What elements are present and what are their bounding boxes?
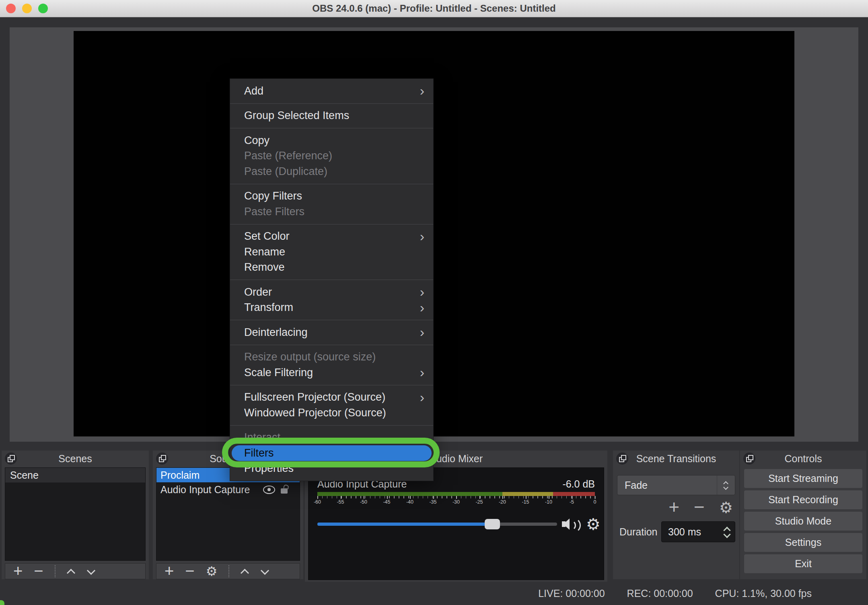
transition-properties-gear-icon[interactable]: [719, 501, 733, 514]
mixer-gear-icon[interactable]: [586, 517, 601, 531]
menu-item-copy[interactable]: Copy: [230, 133, 433, 148]
tick-label: -45: [383, 499, 390, 505]
zoom-button[interactable]: [38, 4, 48, 13]
transition-select[interactable]: Fade: [617, 475, 735, 495]
menu-item-interact: Interact: [230, 430, 433, 446]
meter-red-segment: [553, 492, 595, 496]
start-streaming-button[interactable]: Start Streaming: [744, 469, 862, 488]
start-recording-button[interactable]: Start Recording: [744, 490, 862, 509]
move-source-up-icon[interactable]: [241, 567, 249, 576]
source-name: Audio Input Capture: [160, 484, 257, 496]
transition-select-spinner[interactable]: [717, 475, 735, 495]
submenu-arrow-icon: [420, 285, 424, 299]
submenu-arrow-icon: [420, 365, 424, 380]
menu-item-filters[interactable]: Filters: [232, 445, 432, 461]
menu-item-remove[interactable]: Remove: [230, 260, 433, 276]
mixer-slider-row: [317, 517, 595, 531]
menu-item-copy-filters[interactable]: Copy Filters: [230, 189, 433, 204]
menu-item-windowed-projector[interactable]: Windowed Projector (Source): [230, 405, 433, 421]
tick-label: -10: [545, 499, 552, 505]
close-button[interactable]: [6, 4, 16, 13]
remove-transition-icon[interactable]: [694, 501, 705, 515]
status-rec: REC: 00:00:00: [627, 588, 693, 599]
menu-section: Fullscreen Projector (Source) Windowed P…: [230, 385, 433, 425]
meter-scale: -60 -55 -50 -45 -40 -35 -30 -25 -20 -15 …: [317, 496, 595, 508]
menu-item-scale-filtering[interactable]: Scale Filtering: [230, 365, 433, 381]
menu-item-order[interactable]: Order: [230, 284, 433, 300]
volume-slider[interactable]: [317, 523, 557, 526]
source-properties-gear-icon[interactable]: [206, 565, 218, 578]
tick-label: -15: [522, 499, 529, 505]
minimize-button[interactable]: [22, 4, 32, 13]
scenes-list: Scene: [5, 467, 146, 561]
remove-source-icon[interactable]: [185, 565, 194, 578]
menu-item-properties[interactable]: Properties: [230, 461, 433, 477]
menu-item-rename[interactable]: Rename: [230, 244, 433, 260]
speaker-icon[interactable]: [562, 517, 581, 531]
preview-canvas[interactable]: [74, 31, 794, 436]
move-scene-down-icon[interactable]: [87, 567, 96, 576]
duration-spinbox[interactable]: 300 ms: [661, 521, 735, 542]
tick-label: -25: [475, 499, 483, 505]
menu-item-transform[interactable]: Transform: [230, 300, 433, 316]
title-bar: OBS 24.0.6 (mac) - Profile: Untitled - S…: [0, 0, 868, 17]
scene-transitions-header: Scene Transitions: [613, 451, 739, 467]
move-source-down-icon[interactable]: [261, 567, 269, 576]
tick-label: -60: [314, 499, 321, 505]
controls-dock: Controls Start Streaming Start Recording…: [740, 451, 866, 579]
tick-label: -30: [453, 499, 460, 505]
menu-item-add[interactable]: Add: [230, 83, 433, 99]
menu-item-paste-duplicate: Paste (Duplicate): [230, 164, 433, 179]
exit-button[interactable]: Exit: [744, 554, 862, 573]
tick-label: -40: [406, 499, 413, 505]
duration-spinner[interactable]: [720, 522, 735, 542]
popup-icon[interactable]: [156, 453, 168, 465]
add-source-icon[interactable]: [165, 565, 174, 578]
unlock-icon[interactable]: [281, 488, 288, 494]
menu-section: Interact Filters Properties: [230, 426, 433, 481]
move-scene-up-icon[interactable]: [67, 567, 76, 576]
menu-section: Copy Paste (Reference) Paste (Duplicate): [230, 128, 433, 184]
popup-icon[interactable]: [743, 453, 755, 465]
menu-section: Group Selected Items: [230, 104, 433, 128]
submenu-arrow-icon: [420, 300, 424, 315]
chevron-down-icon: [724, 486, 728, 490]
controls-header: Controls: [740, 451, 866, 467]
menu-item-deinterlacing[interactable]: Deinterlacing: [230, 325, 433, 340]
source-context-menu: Add Group Selected Items Copy Paste (Ref…: [230, 78, 434, 481]
mixer-level-db: -6.0 dB: [562, 478, 595, 490]
status-cpu: CPU: 1.1%, 30.00 fps: [715, 588, 812, 599]
scenes-dock-header: Scenes: [2, 451, 149, 467]
scene-list-item[interactable]: Scene: [5, 468, 145, 483]
meter-yellow-segment: [502, 492, 553, 496]
tick-label: -20: [499, 499, 506, 505]
source-list-item[interactable]: Audio Input Capture: [156, 482, 300, 497]
volume-meter: [317, 492, 595, 496]
popup-icon[interactable]: [5, 453, 17, 465]
settings-button[interactable]: Settings: [744, 533, 862, 552]
add-scene-icon[interactable]: [13, 565, 23, 578]
transition-selected-value: Fade: [625, 479, 648, 491]
scene-transitions-dock: Scene Transitions Fade Duration 300 ms: [613, 451, 739, 579]
add-transition-icon[interactable]: [668, 501, 679, 515]
duration-row: Duration 300 ms: [617, 521, 735, 542]
menu-item-set-color[interactable]: Set Color: [230, 229, 433, 245]
toolbar-divider: [228, 565, 229, 577]
duration-label: Duration: [619, 526, 658, 538]
submenu-arrow-icon: [420, 390, 424, 405]
eye-icon[interactable]: [263, 486, 275, 494]
tick-label: -5: [570, 499, 574, 505]
scenes-dock-title: Scenes: [58, 453, 92, 465]
chevron-up-icon: [724, 481, 728, 484]
status-live: LIVE: 00:00:00: [538, 588, 605, 599]
menu-item-fullscreen-projector[interactable]: Fullscreen Projector (Source): [230, 390, 433, 405]
audio-mixer-title: Audio Mixer: [430, 453, 483, 465]
studio-mode-button[interactable]: Studio Mode: [744, 512, 862, 531]
volume-slider-handle[interactable]: [485, 519, 500, 529]
popup-icon[interactable]: [616, 453, 628, 465]
submenu-arrow-icon: [420, 325, 424, 340]
menu-item-group-selected-items[interactable]: Group Selected Items: [230, 108, 433, 124]
sources-toolbar: [156, 563, 300, 579]
audio-mixer-body: Audio Input Capture -6.0 dB -60 -55 -50 …: [308, 467, 604, 580]
remove-scene-icon[interactable]: [34, 565, 43, 578]
